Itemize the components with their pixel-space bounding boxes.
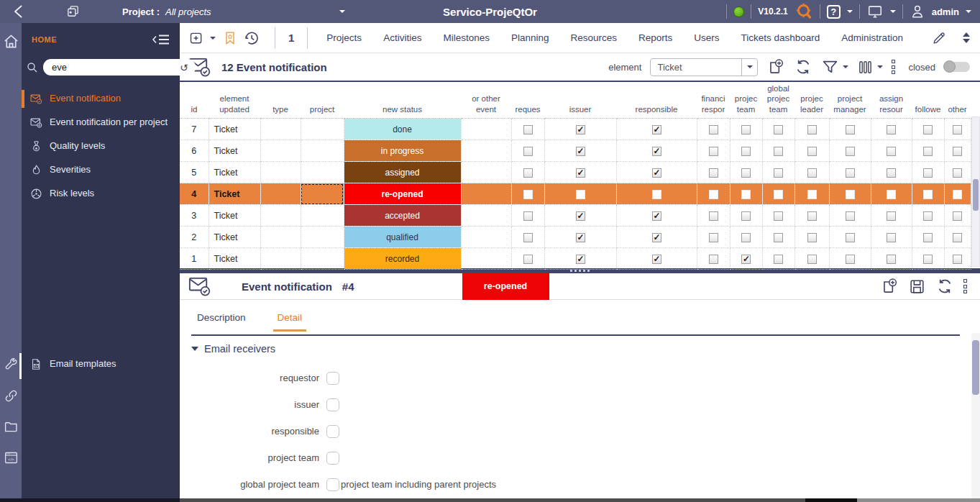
sidebar-item-severities[interactable]: Severities (22, 158, 180, 182)
nav-item-tickets-dashboard[interactable]: Tickets dashboard (741, 32, 820, 43)
table-row[interactable]: 7Ticketdone (180, 119, 971, 140)
chevron-down-icon[interactable] (877, 65, 883, 71)
issuer-checkbox[interactable] (326, 398, 339, 411)
column-header-responsible[interactable]: responsible (616, 82, 697, 119)
follower-checkbox[interactable] (923, 255, 933, 264)
table-row[interactable]: 2Ticketqualified (180, 227, 971, 248)
requester-checkbox[interactable] (523, 233, 533, 242)
project_team-checkbox[interactable] (741, 233, 751, 242)
project_manager-checkbox[interactable] (846, 125, 855, 134)
responsible-checkbox[interactable] (652, 147, 661, 156)
more-options-icon[interactable] (963, 279, 967, 293)
issuer-checkbox[interactable] (576, 125, 585, 134)
project_manager-checkbox[interactable] (846, 233, 855, 242)
responsible-checkbox[interactable] (652, 233, 661, 242)
section-header[interactable]: Email receivers (191, 343, 960, 355)
sidebar-item-email-templates[interactable]: Email templates (22, 352, 180, 376)
issuer-checkbox[interactable] (576, 211, 585, 221)
column-header-project_team[interactable]: projec team (730, 82, 762, 119)
project_manager-checkbox[interactable] (846, 190, 855, 199)
tab-description[interactable]: Description (193, 305, 250, 332)
project_manager-checkbox[interactable] (846, 147, 855, 156)
financial_responsible-checkbox[interactable] (709, 211, 718, 221)
financial_responsible-checkbox[interactable] (709, 125, 718, 134)
username-label[interactable]: admin (932, 6, 959, 17)
project_team-checkbox[interactable] (741, 190, 751, 199)
project-selector[interactable]: Project : All projects (122, 6, 345, 17)
project_leader-checkbox[interactable] (807, 168, 817, 178)
help-icon[interactable]: ? (827, 5, 841, 19)
global_project_team-checkbox[interactable] (774, 255, 783, 264)
column-header-financial_responsible[interactable]: financi respor (697, 82, 730, 119)
tab-detail[interactable]: Detail (273, 305, 307, 332)
tools-wrench-icon[interactable] (0, 357, 22, 373)
chevron-down-icon[interactable] (966, 10, 971, 16)
project_leader-checkbox[interactable] (807, 233, 817, 242)
issuer-checkbox[interactable] (576, 255, 585, 264)
assigned_resource-checkbox[interactable] (887, 125, 896, 134)
requester-checkbox[interactable] (523, 147, 533, 156)
detail-scrollbar[interactable] (971, 333, 980, 498)
follower-checkbox[interactable] (923, 168, 933, 178)
follower-checkbox[interactable] (923, 125, 933, 134)
column-header-project[interactable]: project (301, 82, 344, 119)
table-row[interactable]: 4Ticketre-opened (180, 183, 971, 205)
issuer-checkbox[interactable] (576, 147, 585, 156)
requester-checkbox[interactable] (523, 168, 533, 178)
assigned_resource-checkbox[interactable] (887, 233, 896, 242)
other-checkbox[interactable] (953, 233, 962, 242)
add-new-button[interactable] (188, 31, 204, 45)
folder-icon[interactable] (0, 419, 22, 434)
project_team-checkbox[interactable] (741, 125, 751, 134)
column-header-global_project_team[interactable]: global projec team (762, 82, 794, 119)
nav-item-users[interactable]: Users (694, 32, 719, 43)
financial_responsible-checkbox[interactable] (709, 233, 718, 242)
table-row[interactable]: 5Ticketassigned (180, 162, 971, 183)
display-icon[interactable] (866, 4, 884, 19)
global_project_team-checkbox[interactable] (774, 168, 783, 178)
column-header-project_leader[interactable]: projec leader (794, 82, 829, 119)
back-icon[interactable] (12, 4, 25, 19)
assigned_resource-checkbox[interactable] (887, 147, 896, 156)
responsible-checkbox[interactable] (652, 211, 661, 221)
requester-checkbox[interactable] (523, 211, 533, 221)
detail-scrollbar-thumb[interactable] (972, 340, 979, 395)
issuer-checkbox[interactable] (576, 168, 585, 178)
nav-item-resources[interactable]: Resources (570, 32, 617, 43)
follower-checkbox[interactable] (923, 190, 933, 199)
column-header-project_manager[interactable]: project manager (829, 82, 871, 119)
chevron-down-icon[interactable] (843, 65, 848, 71)
bookmark-star-icon[interactable] (223, 30, 237, 46)
add-document-icon[interactable] (766, 58, 785, 76)
requestor-checkbox[interactable] (326, 372, 339, 385)
sidebar-item-quality-levels[interactable]: Quality levels (22, 134, 180, 158)
table-row[interactable]: 1Ticketrecorded (180, 248, 971, 270)
project_leader-checkbox[interactable] (807, 147, 817, 156)
table-scrollbar[interactable] (971, 117, 980, 267)
sidebar-item-event-notification-per-project[interactable]: Event notification per project (22, 111, 180, 134)
requester-checkbox[interactable] (523, 255, 533, 264)
new-window-icon[interactable] (65, 4, 81, 19)
global_project_team-checkbox[interactable] (774, 190, 783, 199)
add-document-icon[interactable] (880, 277, 899, 296)
home-icon[interactable] (3, 33, 19, 50)
financial_responsible-checkbox[interactable] (709, 147, 718, 156)
global_project_team-checkbox[interactable] (774, 125, 783, 134)
financial_responsible-checkbox[interactable] (709, 190, 718, 199)
sidebar-item-event-notification[interactable]: Event notification (22, 87, 180, 111)
column-header-status[interactable]: new status (344, 82, 461, 119)
other-checkbox[interactable] (953, 168, 962, 178)
project-team-checkbox[interactable] (326, 452, 339, 465)
element-select[interactable]: Ticket (650, 58, 758, 76)
sidebar-item-risk-levels[interactable]: Risk levels (22, 182, 180, 206)
project_leader-checkbox[interactable] (807, 190, 817, 199)
assigned_resource-checkbox[interactable] (887, 190, 896, 199)
column-header-type[interactable]: type (260, 82, 301, 119)
history-icon[interactable] (243, 29, 260, 47)
search-input[interactable] (43, 59, 196, 76)
chevron-down-icon[interactable] (847, 10, 853, 16)
global_project_team-checkbox[interactable] (774, 147, 783, 156)
global-project-team-checkbox[interactable] (326, 478, 339, 491)
column-header-other[interactable]: other (944, 82, 971, 119)
other-checkbox[interactable] (953, 255, 962, 264)
